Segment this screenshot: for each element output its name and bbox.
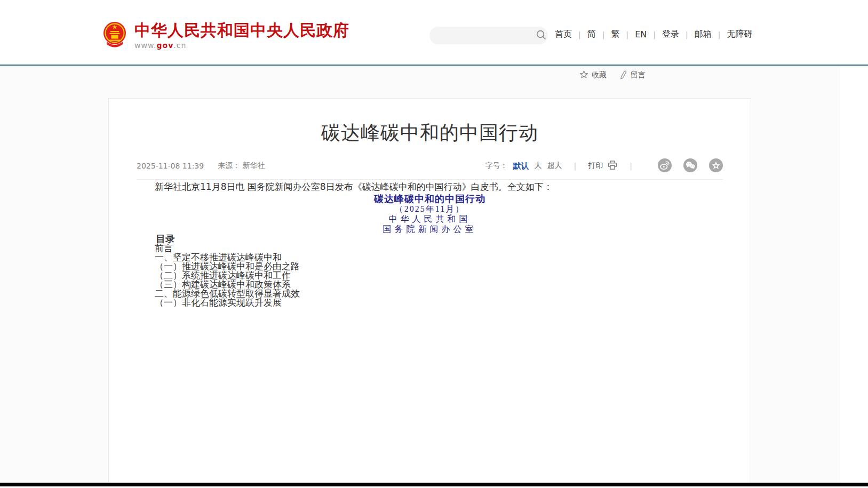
nav-item-login[interactable]: 登录 bbox=[662, 29, 679, 40]
pen-icon bbox=[619, 70, 627, 81]
site-title: 中华人民共和国中央人民政府 bbox=[134, 21, 349, 39]
nav-separator: | bbox=[626, 30, 628, 39]
share-qzone-button[interactable] bbox=[709, 159, 723, 173]
site-logo[interactable]: 中华人民共和国中央人民政府 www.gov.cn bbox=[102, 20, 349, 50]
font-size-option-default[interactable]: 默认 bbox=[513, 161, 529, 171]
article-meta-row: 2025-11-08 11:39 来源： 新华社 字号： 默认 大 超大 | 打… bbox=[137, 159, 723, 173]
print-button[interactable]: 打印 bbox=[588, 161, 618, 172]
print-label: 打印 bbox=[588, 161, 603, 171]
nav-item-english[interactable]: EN bbox=[635, 29, 647, 39]
page-title: 碳达峰碳中和的中国行动 bbox=[137, 123, 723, 142]
white-paper-org-line1: 中华人民共和国 bbox=[137, 214, 723, 224]
nav-item-traditional[interactable]: 繁 bbox=[611, 29, 619, 40]
nav-separator: | bbox=[718, 30, 721, 39]
font-size-option-xlarge[interactable]: 超大 bbox=[547, 161, 562, 171]
favorite-button[interactable]: 收藏 bbox=[579, 70, 607, 81]
nav-item-mail[interactable]: 邮箱 bbox=[695, 29, 712, 40]
article-body: 新华社北京11月8日电 国务院新闻办公室8日发布《碳达峰碳中和的中国行动》白皮书… bbox=[137, 180, 723, 307]
search-icon bbox=[536, 29, 546, 42]
nav-separator: | bbox=[602, 30, 605, 39]
font-size-label: 字号： bbox=[485, 161, 508, 171]
search-input[interactable] bbox=[429, 27, 534, 44]
meta-separator: | bbox=[574, 162, 577, 170]
nav-item-home[interactable]: 首页 bbox=[555, 29, 572, 40]
wechat-icon bbox=[683, 158, 697, 174]
nav-separator: | bbox=[653, 30, 656, 39]
article-actions: 收藏 留言 bbox=[579, 70, 646, 81]
article-card: 碳达峰碳中和的中国行动 2025-11-08 11:39 来源： 新华社 字号：… bbox=[108, 98, 751, 486]
bottom-edge-bar bbox=[0, 483, 868, 486]
lead-paragraph: 新华社北京11月8日电 国务院新闻办公室8日发布《碳达峰碳中和的中国行动》白皮书… bbox=[137, 180, 723, 194]
weibo-icon bbox=[658, 158, 672, 174]
top-nav: 首页 | 简 | 繁 | EN | 登录 | 邮箱 | 无障碍 bbox=[555, 29, 752, 40]
site-header: 中华人民共和国中央人民政府 www.gov.cn 首页 | 简 | 繁 | EN… bbox=[0, 0, 868, 65]
article-meta-right: 字号： 默认 大 超大 | 打印 | bbox=[485, 159, 723, 173]
article-source: 来源： 新华社 bbox=[218, 161, 265, 171]
search-button[interactable] bbox=[534, 27, 548, 44]
comment-button[interactable]: 留言 bbox=[619, 70, 646, 81]
toc-heading: 目录 bbox=[137, 234, 723, 244]
white-paper-subtitle: （2025年11月） bbox=[137, 204, 723, 214]
nav-item-simplified[interactable]: 简 bbox=[587, 29, 596, 40]
meta-separator: | bbox=[630, 162, 632, 170]
font-size-option-large[interactable]: 大 bbox=[535, 161, 542, 171]
white-paper-title: 碳达峰碳中和的中国行动 bbox=[137, 194, 723, 204]
source-value: 新华社 bbox=[243, 161, 265, 170]
national-emblem-icon bbox=[102, 20, 127, 50]
qzone-star-icon bbox=[709, 158, 723, 174]
white-paper-heading-block: 碳达峰碳中和的中国行动 （2025年11月） 中华人民共和国 国务院新闻办公室 bbox=[137, 194, 723, 234]
nav-separator: | bbox=[686, 30, 688, 39]
source-label: 来源： bbox=[218, 161, 240, 170]
nav-item-accessibility[interactable]: 无障碍 bbox=[727, 29, 752, 40]
favorite-label: 收藏 bbox=[592, 70, 607, 80]
share-buttons bbox=[658, 159, 723, 173]
publish-date: 2025-11-08 11:39 bbox=[137, 162, 204, 170]
article-meta-left: 2025-11-08 11:39 来源： 新华社 bbox=[137, 161, 265, 171]
site-url: www.gov.cn bbox=[134, 41, 349, 50]
white-paper-org-line2: 国务院新闻办公室 bbox=[137, 224, 723, 234]
search-box bbox=[429, 27, 548, 44]
star-icon bbox=[579, 70, 588, 81]
comment-label: 留言 bbox=[631, 70, 646, 80]
share-wechat-button[interactable] bbox=[683, 159, 697, 173]
toc-item: （一）非化石能源实现跃升发展 bbox=[137, 298, 723, 307]
share-weibo-button[interactable] bbox=[658, 159, 672, 173]
nav-separator: | bbox=[578, 30, 581, 39]
right-gutter bbox=[840, 66, 868, 486]
printer-icon bbox=[607, 161, 618, 172]
